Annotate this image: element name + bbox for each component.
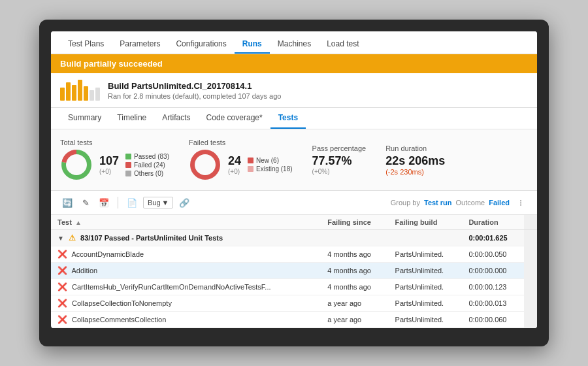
failing-since: a year ago: [321, 295, 388, 312]
test-name: ❌ CollapseCollectionToNonempty: [51, 295, 321, 312]
group-row-duration: 0:00:01.625: [462, 230, 524, 246]
nav-tab-test-plans[interactable]: Test Plans: [60, 35, 112, 54]
legend-dot-others: [125, 171, 131, 176]
total-tests-block: Total tests: [60, 139, 169, 181]
build-banner: Build partially succeeded: [51, 54, 537, 73]
link-icon[interactable]: 🔗: [177, 195, 191, 210]
test-name-label: CartItemsHub_VerifyRunCartItemOnDemandNo…: [72, 283, 270, 291]
total-tests-details: 107 (+0): [99, 154, 119, 175]
table-row[interactable]: ❌ CollapseCommentsCollection a year ago …: [51, 312, 537, 328]
run-duration-block: Run duration 22s 206ms (-2s 230ms): [385, 144, 445, 176]
total-tests-label: Total tests: [60, 139, 169, 146]
build-bar: [72, 85, 76, 101]
build-bar: [60, 88, 65, 101]
failed-legend: New (6) Existing (18): [248, 157, 293, 173]
copy-icon[interactable]: 🔄: [60, 195, 74, 210]
build-bar: [90, 90, 94, 101]
toolbar-row: 🔄 ✎ 📅 📄 Bug ▼ 🔗 Group by Test run Outcom…: [51, 191, 537, 215]
th-scroll: [524, 215, 537, 230]
test-table: Test ▲ Failing since Failing build Durat…: [51, 215, 537, 328]
test-name-label: CollapseCollectionToNonempty: [72, 299, 172, 307]
failed-tests-label: Failed tests: [189, 139, 293, 146]
nav-tab-parameters[interactable]: Parameters: [112, 35, 168, 54]
sort-icon: ▲: [75, 219, 82, 226]
pass-pct-sub: (+0%): [312, 168, 367, 175]
error-icon: ❌: [57, 250, 67, 259]
sub-nav: Summary Timeline Artifacts Code coverage…: [51, 108, 537, 129]
group-by-label: Group by: [391, 199, 420, 207]
group-row: ▼ ⚠ 83/107 Passed - PartsUnlimited Unit …: [51, 230, 537, 246]
test-name: ❌ CartItemsHub_VerifyRunCartItemOnDemand…: [51, 279, 321, 295]
test-table-container: Test ▲ Failing since Failing build Durat…: [51, 215, 537, 328]
test-name-label: CollapseCommentsCollection: [72, 316, 166, 324]
edit-icon[interactable]: ✎: [78, 195, 93, 210]
legend-existing: Existing (18): [248, 165, 293, 173]
build-bar: [66, 82, 71, 101]
th-test[interactable]: Test ▲: [51, 215, 321, 230]
legend-dot-passed: [125, 154, 131, 159]
table-row[interactable]: ❌ AccountDynamicBlade 4 months ago Parts…: [51, 246, 537, 263]
legend-dot-failed: [125, 162, 131, 168]
th-failing-since: Failing since: [321, 215, 388, 230]
scroll-cell: [524, 246, 537, 263]
duration: 0:00:00.060: [462, 312, 524, 328]
table-row[interactable]: ❌ CollapseCollectionToNonempty a year ag…: [51, 295, 537, 312]
failing-build: PartsUnlimited.: [389, 263, 463, 279]
sub-tab-timeline[interactable]: Timeline: [109, 108, 154, 129]
duration: 0:00:00.013: [462, 295, 524, 312]
svg-point-4: [193, 152, 218, 178]
nav-tab-runs[interactable]: Runs: [235, 35, 270, 54]
sub-tab-code-coverage[interactable]: Code coverage*: [199, 108, 270, 129]
columns-icon[interactable]: ⁝: [514, 195, 528, 210]
failed-tests-number: 24: [228, 154, 241, 168]
legend-new: New (6): [248, 157, 293, 164]
outcome-value[interactable]: Failed: [489, 199, 510, 207]
failing-build: PartsUnlimited.: [389, 295, 463, 312]
pass-pct-number: 77.57%: [312, 154, 367, 168]
failed-tests-block: Failed tests 24 (+0): [189, 139, 293, 181]
legend-label-passed: Passed (83): [134, 153, 169, 160]
test-name: ❌ AccountDynamicBlade: [51, 246, 321, 263]
failing-build: PartsUnlimited.: [389, 279, 463, 295]
failing-since: a year ago: [321, 312, 388, 328]
pass-percentage-block: Pass percentage 77.57% (+0%): [312, 144, 367, 175]
sub-tab-summary[interactable]: Summary: [60, 108, 109, 129]
total-tests-donut: [60, 148, 93, 181]
outcome-label: Outcome: [456, 199, 485, 207]
failing-build: PartsUnlimited.: [389, 312, 463, 328]
nav-tab-load-test[interactable]: Load test: [319, 35, 367, 54]
th-failing-build: Failing build: [389, 215, 463, 230]
warn-icon: ⚠: [69, 233, 76, 242]
scroll-cell: [524, 312, 537, 328]
bug-dropdown-icon: ▼: [162, 199, 169, 207]
group-row-label: 83/107 Passed - PartsUnlimited Unit Test…: [80, 234, 223, 242]
build-title: Build PartsUnlimited.CI_20170814.1: [108, 81, 281, 91]
build-info-row: Build PartsUnlimited.CI_20170814.1 Ran f…: [51, 73, 537, 108]
failing-build: PartsUnlimited.: [389, 246, 463, 263]
failed-tests-stat: 24 (+0) New (6) Existing (18): [189, 148, 293, 181]
run-duration-label: Run duration: [385, 144, 445, 152]
nav-tab-configurations[interactable]: Configurations: [168, 35, 234, 54]
table-row[interactable]: ❌ Addition 4 months ago PartsUnlimited. …: [51, 263, 537, 279]
donut-svg: [60, 148, 93, 181]
test-name: ❌ Addition: [51, 263, 321, 279]
group-by-value[interactable]: Test run: [424, 199, 452, 207]
bug-label: Bug: [148, 199, 161, 207]
bug-button[interactable]: Bug ▼: [143, 197, 173, 208]
legend-dot-new: [248, 158, 253, 163]
top-nav: Test Plans Parameters Configurations Run…: [51, 31, 537, 54]
calendar-icon[interactable]: 📅: [97, 195, 111, 210]
sub-tab-tests[interactable]: Tests: [270, 108, 306, 129]
file-icon[interactable]: 📄: [125, 195, 139, 210]
sub-tab-artifacts[interactable]: Artifacts: [154, 108, 198, 129]
build-bar: [78, 80, 82, 101]
nav-tab-machines[interactable]: Machines: [270, 35, 319, 54]
toolbar-separator: [118, 197, 118, 208]
duration: 0:00:00.000: [462, 263, 524, 279]
build-bar: [84, 86, 88, 101]
run-duration-number: 22s 206ms: [385, 154, 445, 168]
build-subtitle: Ran for 2.8 minutes (default), completed…: [108, 92, 281, 100]
failing-since: 4 months ago: [321, 263, 388, 279]
stats-row: Total tests: [51, 129, 537, 191]
table-row[interactable]: ❌ CartItemsHub_VerifyRunCartItemOnDemand…: [51, 279, 537, 295]
